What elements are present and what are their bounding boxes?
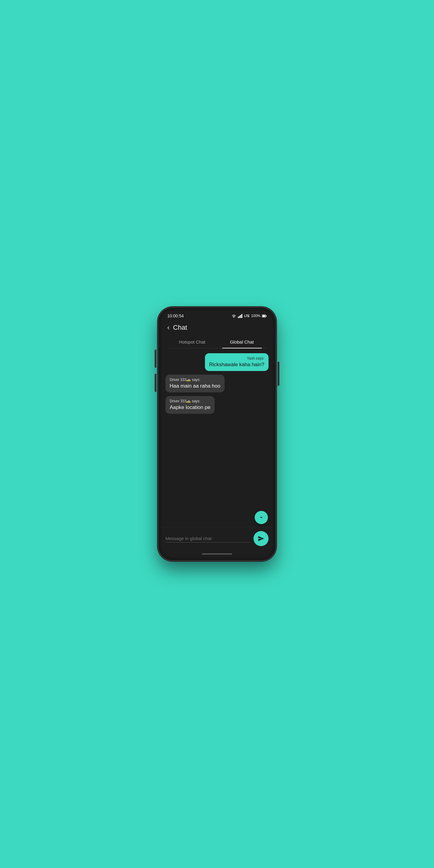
- send-icon: [258, 535, 264, 542]
- tab-global[interactable]: Global Chat: [217, 336, 267, 348]
- battery-icon: [262, 314, 267, 318]
- phone-screen: 10:00:54 LTE 100%: [161, 310, 273, 558]
- battery-percentage: 100%: [251, 314, 260, 318]
- message-sent-1: Yash says: Rickshawale kaha hain?: [205, 353, 269, 371]
- svg-point-0: [234, 317, 234, 317]
- message-sender-2: Driver 333🚕 says:: [170, 378, 220, 382]
- phone-device: 10:00:54 LTE 100%: [158, 307, 276, 561]
- input-area: [161, 527, 273, 552]
- message-input[interactable]: [165, 535, 250, 542]
- home-bar: [202, 553, 232, 555]
- message-text-3: Aapke location pe: [170, 404, 210, 411]
- app-header: ‹ Chat Hotspot Chat Global Chat: [161, 321, 273, 348]
- scroll-down-button[interactable]: [255, 511, 268, 524]
- status-time: 10:00:54: [167, 313, 184, 318]
- header-row: ‹ Chat: [167, 324, 267, 332]
- tab-hotspot[interactable]: Hotspot Chat: [167, 336, 217, 348]
- svg-rect-7: [262, 315, 266, 317]
- tabs-row: Hotspot Chat Global Chat: [167, 336, 267, 348]
- svg-rect-6: [266, 315, 267, 316]
- wifi-icon: [231, 314, 236, 318]
- lte-badge: LTE: [244, 314, 250, 318]
- svg-rect-4: [241, 314, 242, 318]
- message-text-1: Rickshawale kaha hain?: [209, 361, 264, 368]
- message-sender-1: Yash says:: [209, 356, 264, 361]
- chevron-down-icon: [258, 515, 264, 521]
- status-icons: LTE 100%: [231, 314, 267, 318]
- status-bar: 10:00:54 LTE 100%: [161, 310, 273, 321]
- message-received-2: Driver 333🚕 says: Aapke location pe: [165, 396, 215, 414]
- message-received-1: Driver 333🚕 says: Haa main aa raha hoo: [165, 375, 224, 393]
- svg-rect-3: [240, 315, 241, 318]
- signal-icon: [238, 314, 243, 318]
- back-button[interactable]: ‹: [167, 324, 169, 331]
- chat-area[interactable]: Yash says: Rickshawale kaha hain? Driver…: [161, 348, 273, 527]
- svg-rect-2: [239, 316, 240, 318]
- svg-rect-1: [238, 317, 239, 318]
- message-text-2: Haa main aa raha hoo: [170, 383, 220, 390]
- message-sender-3: Driver 333🚕 says:: [170, 399, 210, 403]
- home-indicator: [161, 552, 273, 558]
- send-button[interactable]: [253, 531, 269, 546]
- page-title: Chat: [173, 324, 187, 332]
